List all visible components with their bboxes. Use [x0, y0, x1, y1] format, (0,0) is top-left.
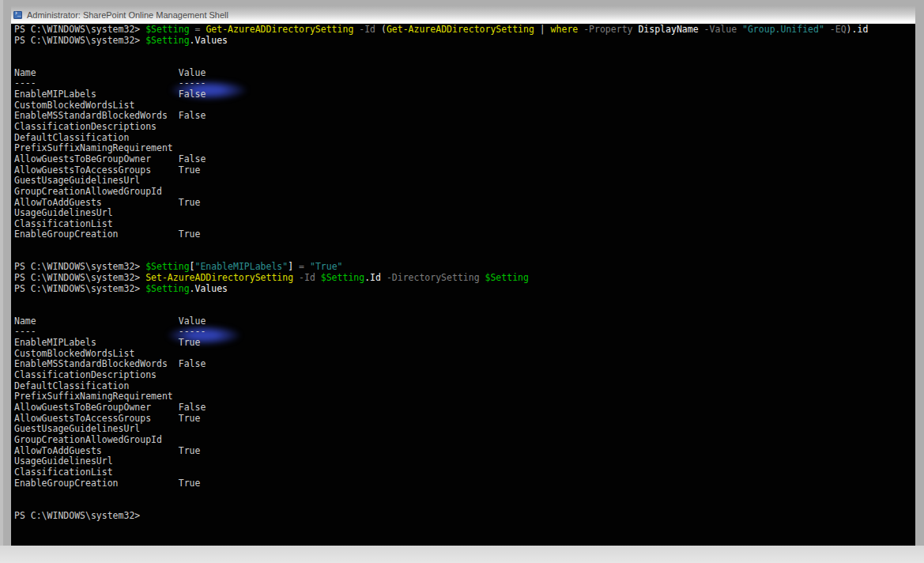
console-line — [14, 500, 915, 511]
console-line: AllowGuestsToBeGroupOwner False — [14, 402, 915, 414]
console-line: UsageGuidelinesUrl — [14, 208, 915, 219]
console-line — [14, 251, 915, 263]
console-line: ClassificationList — [14, 219, 915, 230]
console-line: AllowToAddGuests True — [14, 198, 915, 209]
console-line: Name Value — [14, 316, 915, 327]
matte-left-edge — [0, 0, 3, 546]
window-title: Administrator: SharePoint Online Managem… — [27, 10, 228, 20]
console-line — [14, 294, 915, 305]
console-line: Name Value — [14, 68, 915, 79]
console-line: DefaultClassification — [14, 381, 915, 392]
console-line: ClassificationDescriptions — [14, 370, 915, 381]
console-line: AllowGuestsToAccessGroups True — [14, 414, 915, 425]
console-line: ---- ----- — [14, 78, 915, 89]
console-line: PS C:\WINDOWS\system32> — [14, 511, 915, 522]
console-line: AllowToAddGuests True — [14, 446, 915, 457]
matte-bottom-edge — [0, 546, 924, 563]
console-line: ---- ----- — [14, 327, 915, 338]
console-line: EnableGroupCreation True — [14, 229, 915, 240]
console-line: PS C:\WINDOWS\system32> $Setting.Values — [14, 36, 915, 47]
console-line: AllowGuestsToAccessGroups True — [14, 165, 915, 176]
console-line: AllowGuestsToBeGroupOwner False — [14, 154, 915, 165]
console-line: DefaultClassification — [14, 133, 915, 144]
console-line: EnableGroupCreation True — [14, 478, 915, 489]
console-line — [14, 57, 915, 68]
console-line — [14, 46, 915, 57]
console-line: ClassificationList — [14, 467, 915, 478]
powershell-icon — [13, 11, 22, 19]
console-line: PrefixSuffixNamingRequirement — [14, 143, 915, 154]
console-line: GuestUsageGuidelinesUrl — [14, 424, 915, 435]
console-line — [14, 489, 915, 500]
console-line: PS C:\WINDOWS\system32> $Setting.Values — [14, 284, 915, 295]
console-line — [14, 305, 915, 316]
console-line: GroupCreationAllowedGroupId — [14, 435, 915, 446]
console-line: PS C:\WINDOWS\system32> Set-AzureADDirec… — [14, 273, 915, 284]
console-line: EnableMIPLabels True — [14, 338, 915, 349]
console-line: EnableMSStandardBlockedWords False — [14, 111, 915, 122]
console-line: ClassificationDescriptions — [14, 122, 915, 133]
console-line — [14, 240, 915, 251]
console-line: EnableMIPLabels False — [14, 89, 915, 100]
console-window: Administrator: SharePoint Online Managem… — [11, 6, 915, 546]
console-line: GroupCreationAllowedGroupId — [14, 187, 915, 198]
console-line: GuestUsageGuidelinesUrl — [14, 176, 915, 187]
console-line: PS C:\WINDOWS\system32> $Setting = Get-A… — [14, 25, 915, 36]
console-line: EnableMSStandardBlockedWords False — [14, 359, 915, 370]
console-line: CustomBlockedWordsList — [14, 100, 915, 111]
console-output[interactable]: PS C:\WINDOWS\system32> $Setting = Get-A… — [11, 24, 915, 546]
console-line: PS C:\WINDOWS\system32> $Setting["Enable… — [14, 262, 915, 273]
title-bar[interactable]: Administrator: SharePoint Online Managem… — [11, 6, 915, 24]
console-line: CustomBlockedWordsList — [14, 349, 915, 360]
console-line: PrefixSuffixNamingRequirement — [14, 391, 915, 402]
console-line: UsageGuidelinesUrl — [14, 456, 915, 467]
console-lines: PS C:\WINDOWS\system32> $Setting = Get-A… — [14, 25, 915, 521]
